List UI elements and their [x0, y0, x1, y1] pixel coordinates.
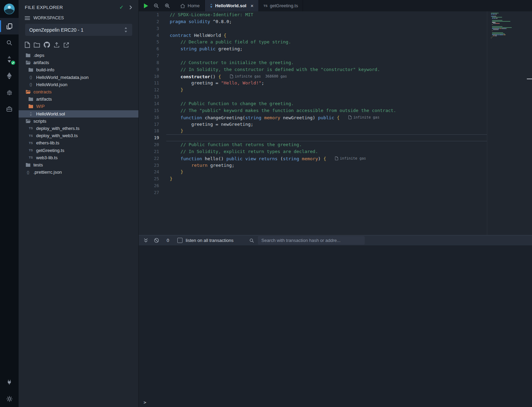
code-line-8: 8 // Constructor to initialize the greet…: [139, 59, 487, 66]
solidity-compiler-icon[interactable]: [0, 51, 19, 68]
code-line-15: 15 // The "public" keyword makes the fun…: [139, 107, 487, 114]
code-editor[interactable]: 1// SPDX-License-Identifier: MIT2pragma …: [139, 11, 532, 235]
tree-item-web3-lib.ts[interactable]: TSweb3-lib.ts: [19, 154, 138, 161]
listen-transactions-checkbox[interactable]: [177, 238, 182, 243]
tree-item-HelloWorld.json[interactable]: {}HelloWorld.json: [19, 81, 138, 88]
tree-item-build-info[interactable]: build-info: [19, 66, 138, 73]
tree-item-artifacts[interactable]: artifacts: [19, 59, 138, 66]
tree-item-label: HelloWorld_metadata.json: [36, 75, 88, 80]
import-icon[interactable]: [63, 42, 69, 48]
tree-item-tests[interactable]: tests: [19, 161, 138, 169]
tab-HelloWorld.sol[interactable]: HelloWorld.sol×: [205, 0, 259, 11]
ts-icon: TS: [28, 156, 34, 159]
tree-item-scripts[interactable]: scripts: [19, 118, 138, 125]
tree-item-label: HelloWorld.sol: [36, 111, 65, 116]
zoom-out-icon[interactable]: [154, 3, 159, 9]
ts-icon: TS: [263, 4, 268, 8]
expand-terminal-icon[interactable]: [144, 238, 148, 243]
settings-gear-icon[interactable]: [0, 390, 19, 407]
line-number: 7: [139, 52, 159, 59]
new-folder-icon[interactable]: [34, 42, 40, 48]
home-icon: [180, 3, 185, 8]
tree-item-label: tests: [33, 162, 43, 167]
plug-icon[interactable]: [0, 374, 19, 390]
folder-open-icon: [25, 90, 31, 94]
gas-estimate-widget: infinite gas 368600 gas: [230, 73, 287, 80]
tree-item-getGreeting.ts[interactable]: TSgetGreeting.ts: [19, 146, 138, 154]
tree-item-.prettierrc.json[interactable]: {}.prettierrc.json: [19, 169, 138, 176]
file-explorer-icon[interactable]: [0, 18, 19, 34]
transaction-count: 0: [167, 238, 169, 243]
panel-header: FILE EXPLORER ✓: [19, 0, 138, 12]
sol-icon: [210, 3, 213, 8]
search-icon[interactable]: [0, 34, 19, 51]
debugger-bug-icon[interactable]: [0, 84, 19, 101]
line-number: 11: [139, 80, 159, 87]
overview-ruler-marker: [527, 79, 532, 79]
menu-hamburger-icon[interactable]: [25, 16, 30, 20]
line-number: 12: [139, 87, 159, 93]
line-number: 5: [139, 39, 159, 45]
folder-icon: [28, 104, 34, 109]
clear-console-icon[interactable]: [154, 238, 159, 243]
line-number: 19: [139, 134, 159, 141]
tree-item-WIP[interactable]: WIP: [19, 103, 138, 110]
code-line-16: 16 function changeGreeting(string memory…: [139, 114, 487, 121]
code-line-18: 18 }: [139, 128, 487, 134]
gas-estimate-widget: infinite gas: [335, 155, 366, 162]
tree-item-label: .deps: [33, 53, 44, 58]
line-number: 25: [139, 175, 159, 182]
tree-item-HelloWorld_metadata.json[interactable]: {}HelloWorld_metadata.json: [19, 74, 138, 81]
line-number: 23: [139, 162, 159, 169]
tab-getGreeting.ts[interactable]: TSgetGreeting.ts: [259, 0, 303, 11]
tree-item-label: getGreeting.ts: [36, 148, 64, 153]
code-line-10: 10 constructor() {infinite gas 368600 ga…: [139, 73, 487, 80]
workspace-selected-value: OpenZeppelin ERC20 - 1: [29, 27, 124, 33]
folder-icon: [25, 163, 31, 167]
code-line-1: 1// SPDX-License-Identifier: MIT: [139, 11, 487, 18]
code-line-6: 6 string public greeting;: [139, 45, 487, 52]
tab-label: getGreeting.ts: [270, 3, 298, 8]
tree-item-.deps[interactable]: .deps: [19, 52, 138, 59]
zoom-in-icon[interactable]: [165, 3, 170, 9]
run-script-icon[interactable]: [144, 3, 148, 8]
code-line-21: 21 // In Solidity, explicit return types…: [139, 148, 487, 155]
tree-item-HelloWorld.sol[interactable]: HelloWorld.sol: [19, 110, 138, 118]
code-line-13: 13: [139, 93, 487, 100]
tree-item-ethers-lib.ts[interactable]: TSethers-lib.ts: [19, 139, 138, 146]
new-file-icon[interactable]: [25, 42, 30, 48]
line-number: 13: [139, 93, 159, 100]
remix-ide-window: FILE EXPLORER ✓ WORKSPACES OpenZeppelin …: [0, 0, 532, 407]
tree-item-label: web3-lib.ts: [36, 155, 58, 160]
code-line-23: 23 return greeting;: [139, 162, 487, 169]
tree-item-contracts[interactable]: contracts: [19, 88, 138, 95]
github-icon[interactable]: [44, 42, 50, 48]
tree-item-deploy_with_ethers.ts[interactable]: TSdeploy_with_ethers.ts: [19, 125, 138, 132]
gas-estimate-widget: infinite gas: [348, 114, 379, 121]
chevron-right-icon[interactable]: [129, 5, 132, 10]
json-icon: {}: [25, 170, 31, 174]
terminal[interactable]: >: [139, 245, 532, 407]
line-number: 22: [139, 155, 159, 162]
tab-Home[interactable]: Home: [175, 0, 205, 11]
tab-bar: HomeHelloWorld.sol×TSgetGreeting.ts: [139, 0, 532, 11]
toolbox-icon[interactable]: [0, 101, 19, 117]
close-icon[interactable]: ×: [250, 3, 253, 8]
ts-icon: TS: [28, 126, 34, 130]
minimap[interactable]: [491, 13, 519, 41]
code-line-11: 11 greeting = "Hello, World!";: [139, 80, 487, 87]
remix-logo[interactable]: [0, 0, 19, 18]
upload-icon[interactable]: [54, 42, 60, 48]
tree-item-label: artifacts: [36, 96, 52, 102]
editor-terminal-area: HomeHelloWorld.sol×TSgetGreeting.ts 1// …: [139, 0, 532, 407]
code-line-7: 7: [139, 52, 487, 59]
tree-item-artifacts[interactable]: artifacts: [19, 95, 138, 103]
deploy-run-icon[interactable]: [0, 68, 19, 84]
line-number: 8: [139, 59, 159, 66]
code-line-14: 14 // Public function to change the gree…: [139, 100, 487, 107]
terminal-prompt: >: [144, 400, 146, 405]
terminal-search-input[interactable]: [258, 236, 365, 245]
tree-item-deploy_with_web3.ts[interactable]: TSdeploy_with_web3.ts: [19, 132, 138, 139]
code-line-22: 22 function hello() public view returns …: [139, 155, 487, 162]
workspace-select[interactable]: OpenZeppelin ERC20 - 1: [25, 24, 132, 36]
